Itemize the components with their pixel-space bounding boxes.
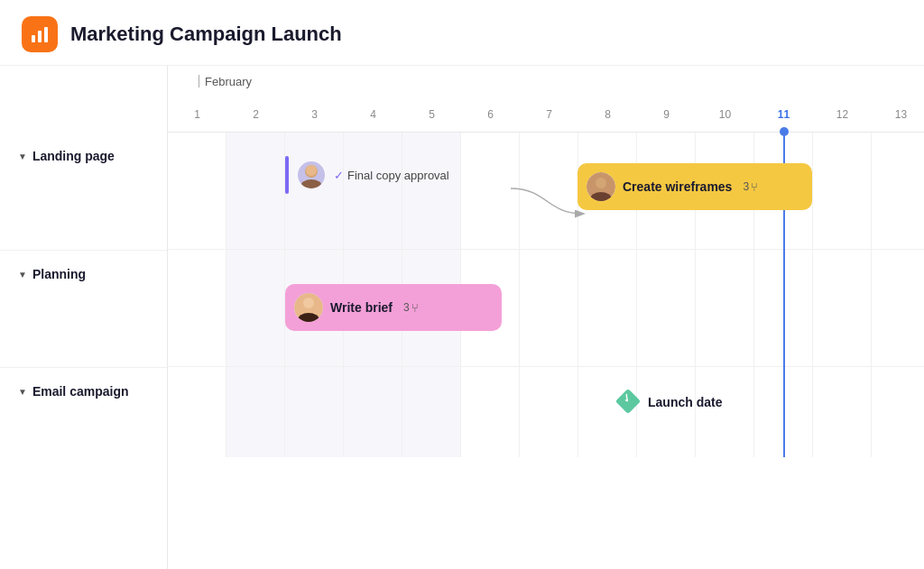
task-create-wireframes[interactable]: Create wireframes 3 ⑂ — [578, 163, 812, 210]
avatar-copy — [298, 161, 325, 188]
month-label: February — [199, 75, 252, 88]
gantt-chart: February 1 2 3 4 5 6 7 8 9 10 11 12 13 — [167, 66, 924, 569]
group-label-email: Email campaign — [32, 384, 129, 399]
day-6: 6 — [461, 108, 520, 121]
subtask-icon-wireframes: ⑂ — [751, 180, 758, 194]
svg-point-4 — [300, 179, 322, 188]
gantt-body: ✓ Final copy approval — [168, 133, 924, 457]
app-container: Marketing Campaign Launch ▼ Landing page… — [0, 0, 924, 569]
checkmark-icon: ✓ — [334, 169, 344, 182]
day-4: 4 — [344, 108, 402, 121]
wireframes-subtask-count: 3 ⑂ — [743, 180, 758, 194]
subtask-icon-brief: ⑂ — [411, 301, 419, 315]
subtask-count-brief: 3 — [403, 301, 410, 314]
person-avatar-wireframes-svg — [587, 172, 615, 201]
brief-subtask-count: 3 ⑂ — [403, 301, 419, 315]
svg-point-11 — [303, 298, 314, 308]
chart-icon — [30, 24, 50, 44]
day-12: 12 — [813, 108, 872, 121]
today-dot — [780, 127, 789, 136]
person-avatar-copy-svg — [298, 161, 325, 188]
day-8: 8 — [578, 108, 637, 121]
main-content: ▼ Landing page ▼ Planning ▼ Email campai… — [0, 66, 924, 569]
day-5: 5 — [402, 108, 461, 121]
month-row: February — [168, 66, 924, 96]
app-title: Marketing Campaign Launch — [70, 23, 342, 46]
sidebar-item-landing-page[interactable]: ▼ Landing page — [0, 133, 167, 250]
group-label-landing: Landing page — [32, 149, 115, 163]
header: Marketing Campaign Launch — [0, 0, 924, 66]
day-labels-row: 1 2 3 4 5 6 7 8 9 10 11 12 13 — [168, 96, 924, 133]
day-1: 1 — [168, 108, 226, 121]
month-divider — [199, 75, 199, 87]
day-7: 7 — [520, 108, 578, 121]
day-10: 10 — [696, 108, 754, 121]
svg-point-5 — [306, 165, 317, 176]
app-icon — [22, 16, 58, 52]
avatar-wireframes — [587, 172, 615, 201]
svg-rect-1 — [38, 31, 42, 42]
timeline-header: February 1 2 3 4 5 6 7 8 9 10 11 12 13 — [168, 66, 924, 133]
email-campaign-row: ✓ Launch date — [168, 367, 924, 457]
copy-approval-label: Final copy approval — [347, 169, 449, 182]
task-write-brief[interactable]: Write brief 3 ⑂ — [285, 284, 502, 331]
final-copy-approval[interactable]: ✓ Final copy approval — [285, 156, 449, 194]
svg-rect-0 — [32, 35, 35, 42]
diamond-container: ✓ — [619, 392, 639, 412]
landing-page-row: ✓ Final copy approval — [168, 133, 924, 250]
copy-approval-text: ✓ Final copy approval — [334, 169, 449, 182]
day-9: 9 — [637, 108, 696, 121]
day-2: 2 — [226, 108, 285, 121]
chevron-email-icon: ▼ — [18, 387, 27, 397]
planning-row: Write brief 3 ⑂ — [168, 250, 924, 367]
task-launch-date[interactable]: ✓ Launch date — [619, 392, 722, 412]
day-11: 11 — [754, 108, 813, 121]
svg-rect-2 — [44, 27, 48, 42]
svg-point-8 — [596, 178, 606, 188]
sidebar-item-planning[interactable]: ▼ Planning — [0, 250, 167, 367]
month-text: February — [205, 75, 252, 88]
avatar-brief — [294, 293, 323, 322]
subtask-count-wireframes: 3 — [743, 180, 749, 193]
launch-date-label: Launch date — [648, 395, 722, 409]
day-3: 3 — [285, 108, 344, 121]
wireframes-label: Create wireframes — [623, 179, 732, 194]
person-avatar-brief-svg — [294, 293, 323, 322]
chevron-landing-icon: ▼ — [18, 151, 27, 161]
chevron-planning-icon: ▼ — [18, 270, 27, 280]
sidebar: ▼ Landing page ▼ Planning ▼ Email campai… — [0, 66, 167, 569]
sidebar-item-email-campaign[interactable]: ▼ Email campaign — [0, 367, 167, 457]
copy-approval-bar — [285, 156, 289, 194]
day-13: 13 — [872, 108, 924, 121]
group-label-planning: Planning — [32, 267, 86, 281]
brief-label: Write brief — [330, 300, 393, 315]
